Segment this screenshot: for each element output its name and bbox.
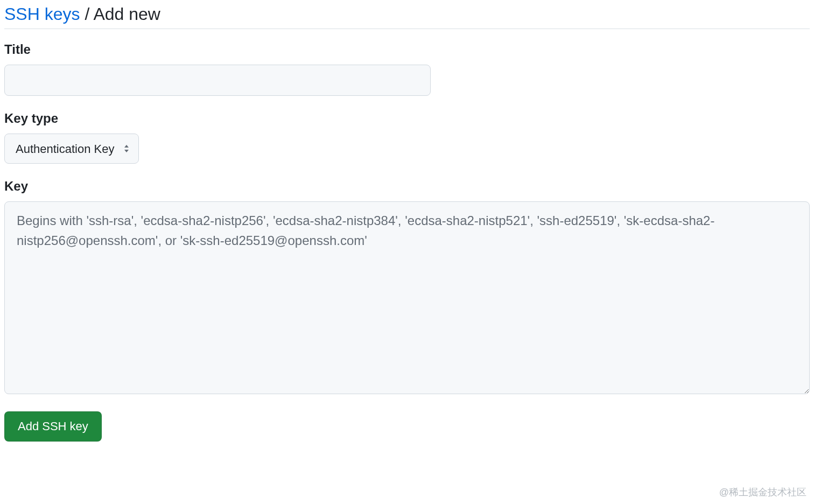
add-ssh-key-button[interactable]: Add SSH key [4,411,102,442]
title-field-group: Title [4,42,810,96]
key-label: Key [4,179,810,194]
breadcrumb-separator: / [80,4,93,24]
key-type-field-group: Key type Authentication Key [4,111,810,164]
key-textarea[interactable] [4,201,810,394]
key-type-label: Key type [4,111,810,126]
breadcrumb: SSH keys / Add new [4,4,810,29]
key-field-group: Key [4,179,810,396]
title-input[interactable] [4,65,431,96]
ssh-keys-link[interactable]: SSH keys [4,4,80,24]
key-type-select[interactable]: Authentication Key [4,134,139,164]
title-label: Title [4,42,810,57]
breadcrumb-current: Add new [93,4,160,24]
